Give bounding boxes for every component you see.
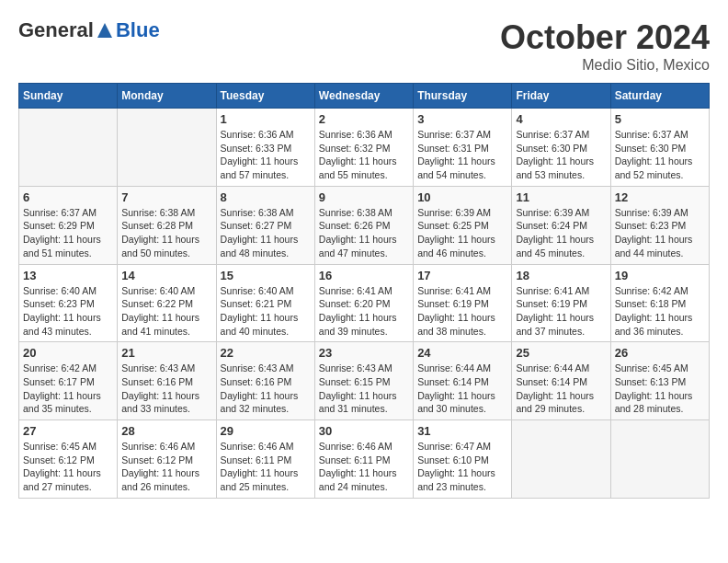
calendar-cell: 3Sunrise: 6:37 AMSunset: 6:31 PMDaylight…	[414, 109, 512, 187]
day-number: 13	[23, 269, 113, 282]
calendar-week: 1Sunrise: 6:36 AMSunset: 6:33 PMDaylight…	[19, 109, 710, 187]
day-number: 4	[516, 112, 606, 126]
calendar-cell: 4Sunrise: 6:37 AMSunset: 6:30 PMDaylight…	[512, 109, 610, 187]
day-info: Sunrise: 6:46 AMSunset: 6:11 PMDaylight:…	[221, 440, 311, 494]
logo: General Blue	[18, 18, 160, 42]
calendar-cell: 10Sunrise: 6:39 AMSunset: 6:25 PMDayligh…	[414, 186, 512, 264]
weekday-header: Sunday	[19, 84, 118, 109]
day-number: 23	[319, 346, 409, 360]
weekday-row: SundayMondayTuesdayWednesdayThursdayFrid…	[19, 84, 710, 109]
calendar-cell: 1Sunrise: 6:36 AMSunset: 6:33 PMDaylight…	[216, 109, 314, 187]
calendar-week: 20Sunrise: 6:42 AMSunset: 6:17 PMDayligh…	[19, 342, 710, 420]
day-info: Sunrise: 6:37 AMSunset: 6:31 PMDaylight:…	[417, 128, 507, 182]
day-info: Sunrise: 6:37 AMSunset: 6:30 PMDaylight:…	[615, 128, 705, 182]
calendar-cell: 15Sunrise: 6:40 AMSunset: 6:21 PMDayligh…	[216, 264, 314, 342]
day-number: 26	[615, 346, 705, 360]
day-number: 15	[221, 269, 311, 282]
day-number: 3	[417, 112, 507, 126]
calendar-cell	[19, 109, 118, 187]
calendar-cell: 17Sunrise: 6:41 AMSunset: 6:19 PMDayligh…	[414, 264, 512, 342]
day-info: Sunrise: 6:45 AMSunset: 6:13 PMDaylight:…	[615, 362, 705, 416]
day-number: 5	[615, 112, 705, 126]
logo-icon	[96, 21, 114, 40]
calendar-cell: 26Sunrise: 6:45 AMSunset: 6:13 PMDayligh…	[610, 342, 709, 420]
day-info: Sunrise: 6:43 AMSunset: 6:15 PMDaylight:…	[319, 362, 409, 416]
day-number: 12	[615, 190, 705, 204]
calendar-cell: 7Sunrise: 6:38 AMSunset: 6:28 PMDaylight…	[118, 186, 216, 264]
day-info: Sunrise: 6:42 AMSunset: 6:18 PMDaylight:…	[615, 284, 705, 339]
weekday-header: Wednesday	[314, 84, 413, 109]
logo-blue: Blue	[116, 18, 160, 42]
day-info: Sunrise: 6:41 AMSunset: 6:19 PMDaylight:…	[417, 284, 507, 339]
day-info: Sunrise: 6:36 AMSunset: 6:32 PMDaylight:…	[319, 128, 409, 182]
day-info: Sunrise: 6:40 AMSunset: 6:22 PMDaylight:…	[121, 284, 211, 339]
calendar-cell: 16Sunrise: 6:41 AMSunset: 6:20 PMDayligh…	[314, 264, 413, 342]
day-info: Sunrise: 6:45 AMSunset: 6:12 PMDaylight:…	[23, 440, 113, 494]
title-block: October 2024 Medio Sitio, Mexico	[500, 18, 710, 74]
location-title: Medio Sitio, Mexico	[500, 57, 710, 74]
day-info: Sunrise: 6:41 AMSunset: 6:19 PMDaylight:…	[516, 284, 606, 339]
calendar-cell: 24Sunrise: 6:44 AMSunset: 6:14 PMDayligh…	[414, 342, 512, 420]
svg-marker-0	[97, 23, 112, 38]
logo-general: General	[18, 18, 94, 42]
day-info: Sunrise: 6:39 AMSunset: 6:25 PMDaylight:…	[417, 206, 507, 260]
day-info: Sunrise: 6:39 AMSunset: 6:24 PMDaylight:…	[516, 206, 606, 260]
day-number: 22	[221, 346, 311, 360]
day-info: Sunrise: 6:43 AMSunset: 6:16 PMDaylight:…	[221, 362, 311, 416]
calendar-cell: 8Sunrise: 6:38 AMSunset: 6:27 PMDaylight…	[216, 186, 314, 264]
day-number: 30	[319, 424, 409, 438]
day-number: 24	[417, 346, 507, 360]
calendar-cell: 19Sunrise: 6:42 AMSunset: 6:18 PMDayligh…	[610, 264, 709, 342]
day-number: 25	[516, 346, 606, 360]
day-number: 14	[121, 269, 211, 282]
calendar-cell: 31Sunrise: 6:47 AMSunset: 6:10 PMDayligh…	[414, 420, 512, 499]
day-number: 27	[23, 424, 113, 438]
calendar-cell: 30Sunrise: 6:46 AMSunset: 6:11 PMDayligh…	[314, 420, 413, 499]
calendar-cell: 14Sunrise: 6:40 AMSunset: 6:22 PMDayligh…	[118, 264, 216, 342]
day-number: 8	[221, 190, 311, 204]
calendar-body: 1Sunrise: 6:36 AMSunset: 6:33 PMDaylight…	[19, 109, 710, 499]
day-number: 1	[221, 112, 311, 126]
day-number: 11	[516, 190, 606, 204]
day-info: Sunrise: 6:43 AMSunset: 6:16 PMDaylight:…	[121, 362, 211, 416]
day-info: Sunrise: 6:47 AMSunset: 6:10 PMDaylight:…	[417, 440, 507, 494]
day-number: 9	[319, 190, 409, 204]
calendar-cell: 13Sunrise: 6:40 AMSunset: 6:23 PMDayligh…	[19, 264, 118, 342]
calendar-cell: 23Sunrise: 6:43 AMSunset: 6:15 PMDayligh…	[314, 342, 413, 420]
calendar-cell: 29Sunrise: 6:46 AMSunset: 6:11 PMDayligh…	[216, 420, 314, 499]
calendar-week: 27Sunrise: 6:45 AMSunset: 6:12 PMDayligh…	[19, 420, 710, 499]
day-number: 20	[23, 346, 113, 360]
day-info: Sunrise: 6:42 AMSunset: 6:17 PMDaylight:…	[23, 362, 113, 416]
calendar-cell: 9Sunrise: 6:38 AMSunset: 6:26 PMDaylight…	[314, 186, 413, 264]
weekday-header: Friday	[512, 84, 610, 109]
calendar-cell: 20Sunrise: 6:42 AMSunset: 6:17 PMDayligh…	[19, 342, 118, 420]
calendar-cell: 18Sunrise: 6:41 AMSunset: 6:19 PMDayligh…	[512, 264, 610, 342]
calendar-cell: 21Sunrise: 6:43 AMSunset: 6:16 PMDayligh…	[118, 342, 216, 420]
day-number: 31	[417, 424, 507, 438]
day-number: 21	[121, 346, 211, 360]
day-number: 18	[516, 269, 606, 282]
day-info: Sunrise: 6:46 AMSunset: 6:11 PMDaylight:…	[319, 440, 409, 494]
calendar-cell: 27Sunrise: 6:45 AMSunset: 6:12 PMDayligh…	[19, 420, 118, 499]
weekday-header: Thursday	[414, 84, 512, 109]
day-info: Sunrise: 6:44 AMSunset: 6:14 PMDaylight:…	[417, 362, 507, 416]
calendar-cell: 11Sunrise: 6:39 AMSunset: 6:24 PMDayligh…	[512, 186, 610, 264]
day-number: 29	[221, 424, 311, 438]
day-info: Sunrise: 6:38 AMSunset: 6:28 PMDaylight:…	[121, 206, 211, 260]
calendar-cell: 22Sunrise: 6:43 AMSunset: 6:16 PMDayligh…	[216, 342, 314, 420]
calendar-cell: 6Sunrise: 6:37 AMSunset: 6:29 PMDaylight…	[19, 186, 118, 264]
weekday-header: Saturday	[610, 84, 709, 109]
day-info: Sunrise: 6:37 AMSunset: 6:29 PMDaylight:…	[23, 206, 113, 260]
day-number: 17	[417, 269, 507, 282]
day-number: 2	[319, 112, 409, 126]
weekday-header: Monday	[118, 84, 216, 109]
day-info: Sunrise: 6:40 AMSunset: 6:23 PMDaylight:…	[23, 284, 113, 339]
calendar-cell: 12Sunrise: 6:39 AMSunset: 6:23 PMDayligh…	[610, 186, 709, 264]
weekday-header: Tuesday	[216, 84, 314, 109]
day-info: Sunrise: 6:36 AMSunset: 6:33 PMDaylight:…	[221, 128, 311, 182]
day-number: 28	[121, 424, 211, 438]
day-info: Sunrise: 6:44 AMSunset: 6:14 PMDaylight:…	[516, 362, 606, 416]
calendar-cell: 25Sunrise: 6:44 AMSunset: 6:14 PMDayligh…	[512, 342, 610, 420]
day-info: Sunrise: 6:37 AMSunset: 6:30 PMDaylight:…	[516, 128, 606, 182]
day-number: 16	[319, 269, 409, 282]
